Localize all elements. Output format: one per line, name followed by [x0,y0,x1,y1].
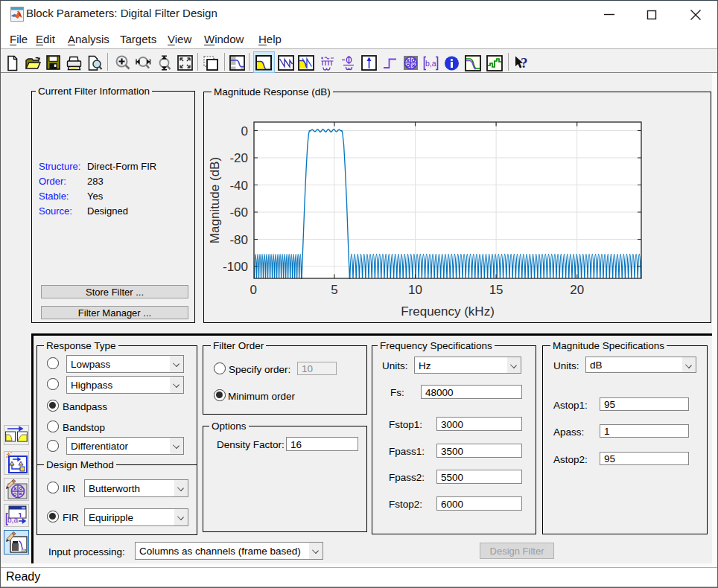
svg-text:0: 0 [250,283,257,297]
svg-text:-80: -80 [229,233,248,247]
svg-text:20: 20 [570,283,584,297]
svg-text:-40: -40 [229,179,248,193]
svg-text:Magnitude (dB): Magnitude (dB) [208,157,222,243]
svg-text:Frequency (kHz): Frequency (kHz) [401,304,495,319]
svg-text:15: 15 [489,283,503,297]
svg-text:-100: -100 [223,260,248,274]
svg-text:b,a: b,a [7,516,18,524]
svg-text:?: ? [521,55,528,71]
svg-text:0: 0 [241,124,248,138]
svg-text:10: 10 [408,283,422,297]
svg-text:-60: -60 [229,205,248,220]
svg-text:-20: -20 [229,151,248,165]
svg-text:b,a: b,a [425,59,436,68]
svg-text:5: 5 [331,283,337,297]
